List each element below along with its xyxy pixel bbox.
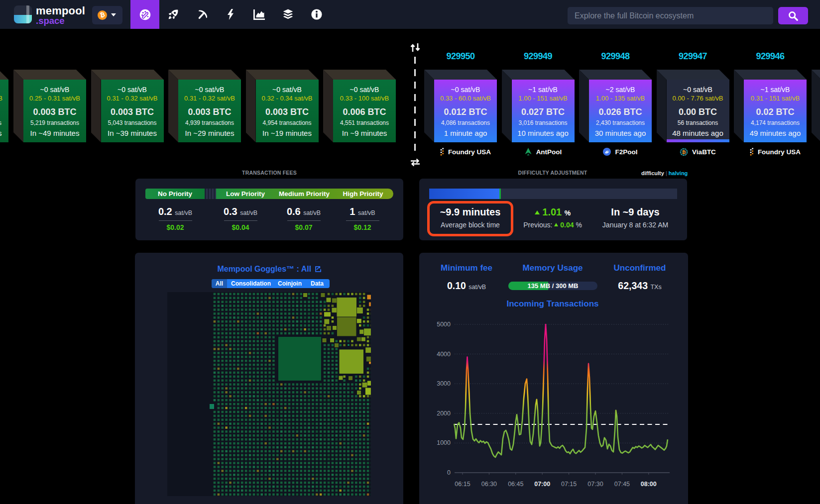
svg-text:07:00: 07:00 xyxy=(534,481,550,488)
svg-text:08:00: 08:00 xyxy=(641,481,657,488)
svg-text:0: 0 xyxy=(447,469,451,476)
svg-text:₿: ₿ xyxy=(682,149,686,155)
svg-text:1000: 1000 xyxy=(437,439,451,446)
svg-text:2000: 2000 xyxy=(437,410,451,417)
svg-text:06:15: 06:15 xyxy=(455,481,470,488)
svg-text:5000: 5000 xyxy=(437,321,451,328)
svg-text:3000: 3000 xyxy=(437,380,451,387)
svg-text:06:30: 06:30 xyxy=(481,481,497,488)
svg-text:07:30: 07:30 xyxy=(587,481,603,488)
svg-text:06:45: 06:45 xyxy=(508,481,523,488)
svg-text:4000: 4000 xyxy=(437,351,451,358)
svg-text:07:45: 07:45 xyxy=(614,481,630,488)
svg-text:07:15: 07:15 xyxy=(561,481,577,488)
